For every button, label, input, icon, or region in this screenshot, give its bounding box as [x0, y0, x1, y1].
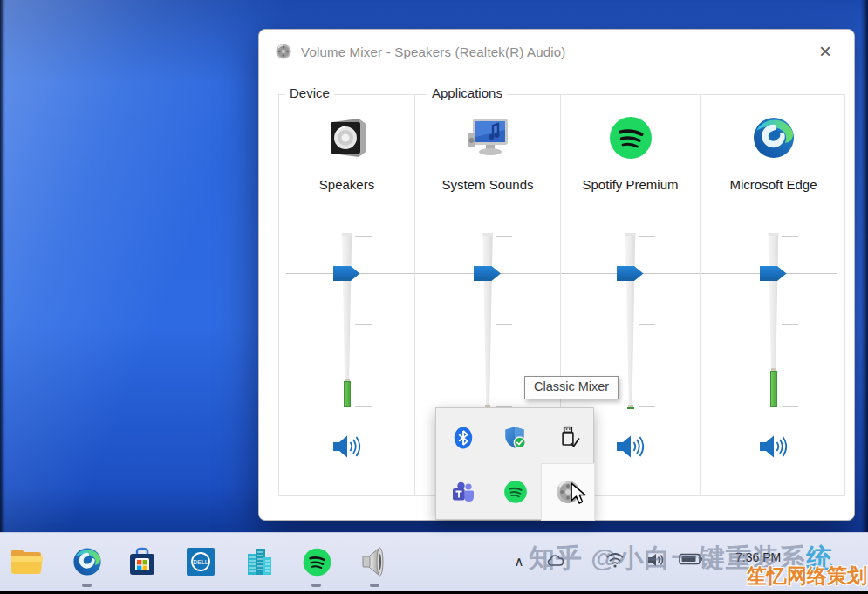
running-indicator	[370, 584, 379, 587]
running-indicator	[82, 584, 92, 587]
battery-icon[interactable]	[679, 552, 703, 566]
slider-thumb[interactable]	[617, 266, 644, 281]
hidden-icons-chevron[interactable]: ∧	[508, 550, 530, 573]
close-button[interactable]: ×	[812, 38, 838, 65]
taskbar-item-spotify[interactable]	[299, 544, 334, 579]
edge-icon	[71, 545, 104, 578]
tray-item-microsoft-teams[interactable]	[437, 464, 489, 519]
bluetooth-icon	[451, 426, 475, 450]
taskbar: DELL	[0, 532, 868, 591]
system-sounds-icon	[464, 113, 511, 162]
slider-tick	[782, 236, 798, 237]
microsoft-store-icon	[126, 546, 158, 577]
spotify-icon	[502, 479, 529, 505]
slider-tick	[496, 324, 512, 325]
speaker-icon	[359, 545, 392, 578]
svg-text:DELL: DELL	[193, 559, 208, 565]
taskbar-item-volume-mixer[interactable]	[358, 544, 393, 579]
slider-tick	[782, 324, 798, 325]
peak-meter	[344, 381, 351, 407]
tray-item-safely-remove-hardware[interactable]	[542, 410, 594, 465]
slider-tick	[355, 236, 372, 237]
speaker-volume-icon	[616, 434, 646, 459]
titlebar[interactable]: Volume Mixer - Speakers (Realtek(R) Audi…	[259, 30, 854, 73]
buildings-icon	[243, 546, 275, 577]
slider-tick	[782, 406, 798, 407]
taskbar-item-microsoft-edge[interactable]	[70, 544, 105, 579]
cloud-icon[interactable]	[546, 552, 567, 568]
mixer-column-speakers: Speakers	[279, 95, 414, 495]
peak-meter	[627, 407, 634, 409]
speaker-box-icon	[324, 113, 371, 162]
app-name: Spotify Premium	[561, 177, 700, 192]
running-indicator	[311, 584, 321, 587]
slider-tick	[639, 324, 655, 325]
tray-overflow-flyout	[435, 407, 594, 520]
taskbar-clock[interactable]: 7:36 PM	[735, 550, 781, 564]
mute-button[interactable]	[331, 434, 364, 461]
volume-mixer-app-icon	[275, 43, 292, 60]
slider-tick	[355, 406, 372, 407]
slider-track[interactable]	[623, 233, 639, 407]
slider-track[interactable]	[480, 233, 496, 407]
microsoft-teams-icon	[451, 480, 475, 504]
mouse-cursor	[568, 482, 589, 505]
tray-item-bluetooth[interactable]	[437, 410, 489, 465]
spotify-icon	[607, 113, 654, 162]
spotify-icon	[301, 546, 333, 578]
window-title: Volume Mixer - Speakers (Realtek(R) Audi…	[301, 44, 566, 59]
slider-thumb[interactable]	[760, 266, 787, 281]
tooltip-classic-mixer: Classic Mixer	[524, 376, 619, 399]
taskbar-item-software-tower[interactable]	[242, 544, 277, 579]
slider-tick	[639, 406, 655, 407]
file-explorer-icon	[10, 547, 43, 577]
tray-item-windows-security[interactable]	[489, 410, 542, 465]
app-name: System Sounds	[415, 177, 560, 192]
speaker-volume-icon	[759, 434, 789, 459]
slider-tick	[355, 324, 372, 325]
taskbar-item-dell[interactable]: DELL	[183, 544, 218, 579]
wifi-icon[interactable]	[605, 552, 625, 568]
speaker-tray-icon[interactable]	[647, 552, 665, 568]
app-name: Microsoft Edge	[701, 177, 846, 192]
screen: Volume Mixer - Speakers (Realtek(R) Audi…	[0, 0, 868, 594]
mute-button[interactable]	[757, 434, 790, 461]
slider-tick	[496, 236, 512, 237]
mute-button[interactable]	[614, 434, 647, 461]
taskbar-item-microsoft-store[interactable]	[125, 544, 160, 579]
app-name: Speakers	[279, 177, 414, 192]
windows-security-shield-icon	[502, 425, 529, 451]
volume-slider[interactable]	[279, 233, 414, 407]
peak-meter	[770, 371, 777, 407]
slider-thumb[interactable]	[474, 266, 501, 281]
edge-icon	[750, 113, 797, 162]
slider-thumb[interactable]	[333, 266, 360, 281]
dell-icon: DELL	[185, 546, 216, 577]
taskbar-item-file-explorer[interactable]	[9, 544, 44, 579]
slider-tick	[639, 236, 655, 237]
tray-item-spotify[interactable]	[489, 464, 542, 519]
speaker-volume-icon	[332, 434, 362, 459]
mixer-column-edge: Microsoft Edge	[701, 95, 846, 495]
usb-eject-icon	[555, 425, 581, 451]
volume-slider[interactable]	[701, 233, 846, 407]
